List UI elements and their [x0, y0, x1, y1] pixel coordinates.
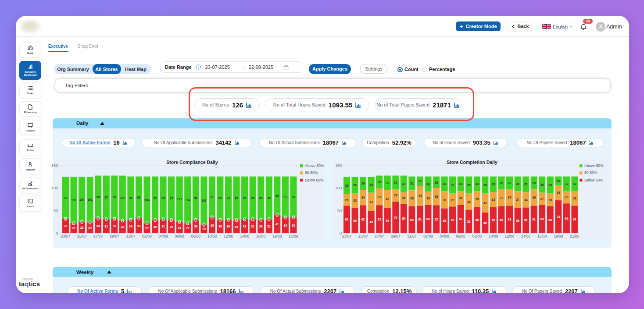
svg-text:12/08: 12/08 [505, 234, 515, 238]
svg-text:62: 62 [361, 218, 365, 221]
svg-text:95: 95 [267, 196, 271, 199]
svg-text:0: 0 [171, 219, 172, 222]
svg-text:32: 32 [565, 182, 569, 185]
svg-text:95: 95 [243, 196, 247, 199]
svg-text:107: 107 [201, 199, 207, 202]
svg-text:91: 91 [292, 195, 295, 199]
svg-text:34: 34 [557, 191, 560, 194]
svg-text:25: 25 [80, 226, 84, 229]
svg-text:31: 31 [161, 225, 165, 228]
svg-text:Above 80%: Above 80% [584, 163, 604, 168]
svg-text:31: 31 [243, 225, 247, 228]
svg-text:0: 0 [89, 221, 91, 224]
svg-text:34: 34 [524, 199, 528, 202]
svg-text:27/07: 27/07 [375, 234, 384, 238]
svg-text:29/07: 29/07 [391, 234, 401, 238]
svg-text:0: 0 [81, 220, 83, 224]
svg-text:0: 0 [114, 217, 115, 220]
svg-text:56: 56 [353, 219, 357, 222]
svg-text:30: 30 [194, 225, 197, 228]
svg-text:65: 65 [402, 217, 405, 220]
svg-text:96: 96 [259, 196, 263, 199]
svg-text:58: 58 [475, 219, 479, 222]
svg-text:60-80%: 60-80% [305, 170, 318, 175]
svg-text:0: 0 [105, 218, 107, 221]
svg-text:36: 36 [467, 200, 471, 203]
svg-text:37: 37 [508, 196, 512, 199]
svg-text:19: 19 [557, 179, 560, 182]
svg-text:29: 29 [378, 181, 381, 184]
svg-text:35: 35 [524, 183, 528, 186]
svg-text:33: 33 [459, 182, 462, 185]
svg-text:32: 32 [573, 182, 576, 185]
svg-text:28: 28 [565, 195, 569, 199]
svg-text:0: 0 [154, 219, 156, 222]
svg-text:04/08: 04/08 [158, 234, 168, 238]
svg-text:37: 37 [378, 195, 381, 199]
svg-text:0: 0 [252, 218, 254, 221]
svg-text:28: 28 [548, 199, 552, 202]
svg-text:0: 0 [179, 220, 180, 224]
svg-text:31: 31 [104, 225, 108, 228]
svg-text:61: 61 [532, 218, 536, 221]
svg-text:59: 59 [451, 218, 454, 221]
svg-text:0: 0 [260, 218, 262, 221]
svg-text:26: 26 [402, 196, 405, 199]
svg-text:33: 33 [492, 198, 495, 201]
svg-text:97: 97 [235, 197, 238, 200]
svg-text:37: 37 [402, 182, 405, 185]
svg-text:101: 101 [87, 198, 93, 201]
svg-text:29: 29 [361, 182, 365, 185]
svg-text:23/07: 23/07 [342, 234, 352, 238]
svg-text:56: 56 [386, 219, 389, 222]
svg-text:0: 0 [122, 219, 123, 222]
svg-text:52: 52 [467, 220, 471, 223]
svg-text:35: 35 [475, 198, 479, 201]
svg-text:93: 93 [137, 196, 141, 199]
svg-text:38: 38 [435, 195, 438, 198]
svg-text:25/07: 25/07 [77, 234, 87, 238]
svg-text:95: 95 [161, 196, 165, 199]
svg-text:34: 34 [426, 183, 430, 186]
svg-text:08/08: 08/08 [472, 234, 482, 238]
svg-text:31/07: 31/07 [407, 234, 417, 238]
svg-text:Above 80%: Above 80% [305, 163, 324, 168]
svg-text:21/08: 21/08 [570, 234, 580, 238]
svg-text:21/08: 21/08 [289, 234, 298, 238]
svg-text:0: 0 [138, 217, 140, 220]
svg-text:0: 0 [268, 218, 270, 221]
svg-text:35: 35 [492, 183, 495, 186]
svg-text:61: 61 [419, 218, 422, 221]
svg-text:33: 33 [443, 182, 446, 185]
svg-text:100: 100 [79, 198, 85, 201]
svg-text:50: 50 [337, 209, 342, 213]
svg-text:33: 33 [97, 224, 100, 227]
svg-text:0: 0 [65, 217, 67, 220]
svg-text:30: 30 [459, 196, 462, 199]
svg-text:32: 32 [113, 224, 116, 227]
svg-text:150: 150 [51, 163, 58, 168]
svg-text:0: 0 [130, 218, 132, 221]
svg-text:95: 95 [97, 195, 100, 199]
svg-text:61: 61 [345, 218, 349, 221]
svg-text:Store Completion Daily: Store Completion Daily [447, 160, 497, 165]
svg-text:29: 29 [451, 199, 454, 202]
svg-text:100: 100 [335, 186, 342, 190]
svg-text:31/07: 31/07 [126, 234, 136, 238]
svg-text:0: 0 [276, 213, 278, 216]
svg-text:06/08: 06/08 [456, 234, 466, 238]
svg-text:85: 85 [275, 194, 279, 197]
svg-text:02/08: 02/08 [423, 234, 433, 238]
svg-text:97: 97 [170, 197, 173, 200]
svg-text:37: 37 [516, 198, 519, 201]
svg-text:60: 60 [500, 218, 503, 221]
svg-text:41: 41 [275, 223, 279, 226]
svg-text:0: 0 [284, 216, 286, 219]
svg-text:27/07: 27/07 [93, 234, 103, 238]
svg-text:32: 32 [386, 181, 389, 185]
svg-text:06/08: 06/08 [175, 234, 185, 238]
svg-text:0: 0 [244, 218, 246, 221]
svg-text:0: 0 [228, 218, 229, 221]
svg-text:33: 33 [353, 199, 357, 202]
svg-text:38: 38 [548, 184, 552, 187]
